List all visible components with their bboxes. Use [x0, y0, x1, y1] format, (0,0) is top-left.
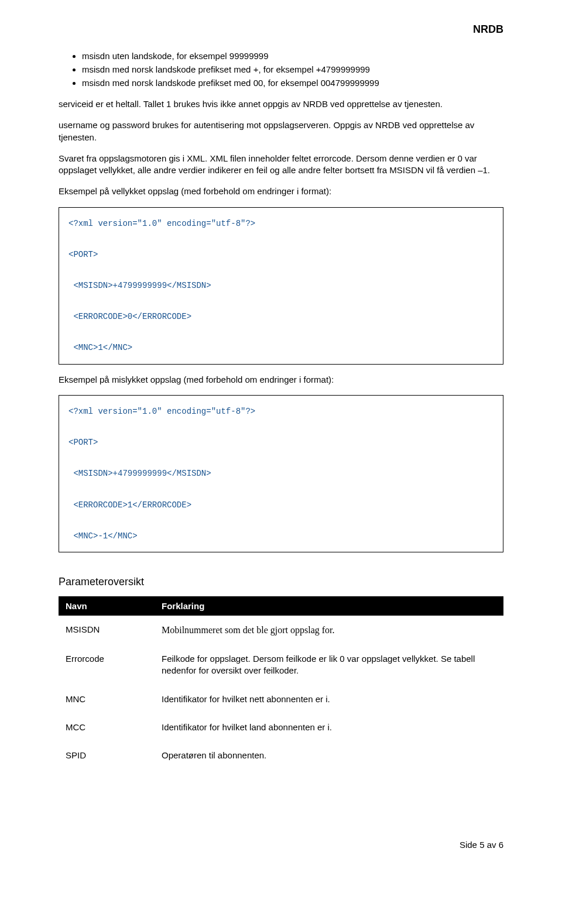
table-row: MCC Identifikator for hvilket land abonn… — [59, 713, 503, 741]
table-row: MSISDN Mobilnummeret som det ble gjort o… — [59, 616, 503, 645]
param-desc: Identifikator for hvilket land abonnente… — [155, 713, 503, 741]
param-desc: Identifikator for hvilket nett abonnente… — [155, 685, 503, 713]
document-page: NRDB msisdn uten landskode, for eksempel… — [0, 0, 562, 885]
param-desc: Feilkode for oppslaget. Dersom feilkode … — [155, 645, 503, 685]
table-row: SPID Operatøren til abonnenten. — [59, 741, 503, 770]
page-footer: Side 5 av 6 — [59, 840, 503, 850]
msisdn-format-list: msisdn uten landskode, for eksempel 9999… — [59, 50, 503, 89]
param-desc: Operatøren til abonnenten. — [155, 741, 503, 770]
table-row: MNC Identifikator for hvilket nett abonn… — [59, 685, 503, 713]
code-example-success: <?xml version="1.0" encoding="utf-8"?> <… — [59, 207, 503, 365]
paragraph-success-example-label: Eksempel på vellykket oppslag (med forbe… — [59, 186, 503, 197]
param-name: Errorcode — [59, 645, 155, 685]
param-name: MSISDN — [59, 616, 155, 645]
section-title-parameteroversikt: Parameteroversikt — [59, 576, 503, 588]
page-header-title: NRDB — [59, 23, 503, 36]
list-item: msisdn med norsk landskode prefikset med… — [82, 77, 503, 89]
list-item: msisdn med norsk landskode prefikset med… — [82, 63, 503, 75]
paragraph-credentials: username og password brukes for autentis… — [59, 119, 503, 143]
param-desc: Mobilnummeret som det ble gjort oppslag … — [155, 616, 503, 645]
parameter-table: Navn Forklaring MSISDN Mobilnummeret som… — [59, 596, 503, 770]
paragraph-xml-response: Svaret fra oppslagsmotoren gis i XML. XM… — [59, 153, 503, 177]
param-name: MCC — [59, 713, 155, 741]
table-header-row: Navn Forklaring — [59, 596, 503, 616]
table-row: Errorcode Feilkode for oppslaget. Dersom… — [59, 645, 503, 685]
code-example-fail: <?xml version="1.0" encoding="utf-8"?> <… — [59, 395, 503, 552]
list-item: msisdn uten landskode, for eksempel 9999… — [82, 50, 503, 62]
table-header-name: Navn — [59, 596, 155, 616]
paragraph-fail-example-label: Eksempel på mislykket oppslag (med forbe… — [59, 374, 503, 386]
param-name: SPID — [59, 741, 155, 770]
paragraph-serviceid: serviceid er et heltall. Tallet 1 brukes… — [59, 98, 503, 110]
table-header-desc: Forklaring — [155, 596, 503, 616]
param-name: MNC — [59, 685, 155, 713]
